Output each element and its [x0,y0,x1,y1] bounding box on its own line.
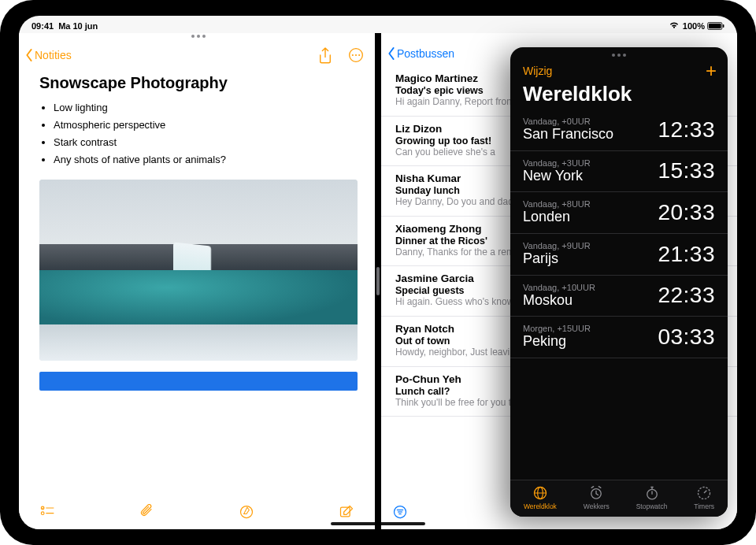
battery-indicator: 100% [683,21,724,31]
note-selection-bar [39,372,358,391]
mail-back-label: Postbussen [397,47,454,60]
svg-point-21 [647,489,657,499]
globe-icon [532,485,548,501]
notes-back-button[interactable]: Notities [25,49,72,61]
svg-point-5 [355,54,357,56]
clock-row[interactable]: Vandaag, +0UUR San Francisco 12:33 [510,109,728,151]
notes-toolbar [19,498,375,529]
screen: 09:41 Ma 10 jun 100% Notiti [19,16,737,529]
alarm-icon [588,485,604,501]
notes-app: Notities Snowscape Photography Lo [19,33,375,529]
svg-line-26 [704,491,706,493]
clock-time: 15:33 [658,158,715,184]
clock-time: 21:33 [658,242,715,267]
clock-meta: Morgen, +15UUR [523,324,591,333]
tab-label: Stopwatch [636,502,668,510]
clock-time: 03:33 [658,324,715,350]
status-bar: 09:41 Ma 10 jun 100% [19,16,737,33]
clock-add-button[interactable]: + [706,61,717,80]
multitask-dots-left[interactable] [191,35,206,38]
tab-stopwatch[interactable]: Stopwatch [636,485,668,510]
status-date: Ma 10 jun [58,21,98,31]
clock-city: Moskou [523,292,595,309]
filter-icon[interactable] [392,504,408,520]
notes-back-label: Notities [35,49,72,61]
compose-icon[interactable] [339,504,354,520]
clock-meta: Vandaag, +8UUR [523,199,591,209]
clock-time: 22:33 [658,283,715,308]
wifi-icon [669,21,680,31]
clock-meta: Vandaag, +9UUR [523,241,591,250]
note-bullet: Any shots of native plants or animals? [54,152,358,168]
tab-label: Wekkers [584,502,610,510]
note-content[interactable]: Snowscape Photography Low lighting Atmos… [19,68,375,498]
splitview-divider[interactable] [375,33,381,529]
mail-back-button[interactable]: Postbussen [387,47,454,60]
clock-row[interactable]: Vandaag, +10UUR Moskou 22:33 [510,276,728,317]
checklist-icon[interactable] [39,504,55,520]
clock-edit-button[interactable]: Wijzig [523,65,552,77]
clock-row[interactable]: Vandaag, +8UUR Londen 20:33 [510,192,728,234]
clock-row[interactable]: Vandaag, +9UUR Parijs 21:33 [510,234,728,276]
status-time: 09:41 [32,21,54,31]
clock-meta: Vandaag, +10UUR [523,283,595,292]
markup-icon[interactable] [239,504,254,520]
svg-rect-12 [341,507,350,517]
stopwatch-icon [644,485,660,501]
attach-icon[interactable] [139,504,155,520]
tab-worldclock[interactable]: Wereldklok [524,485,557,510]
note-image[interactable] [39,180,358,361]
clock-city: San Francisco [523,126,613,143]
clock-city: Peking [523,333,591,350]
clock-row[interactable]: Vandaag, +3UUR New York 15:33 [510,151,728,193]
tab-alarms[interactable]: Wekkers [584,485,610,510]
tab-label: Timers [694,502,714,510]
clock-slideover[interactable]: Wijzig + Wereldklok Vandaag, +0UUR San F… [510,47,728,517]
note-bullet-list: Low lighting Atmospheric perspective Sta… [39,100,358,169]
tab-label: Wereldklok [524,502,557,510]
svg-point-6 [358,54,360,56]
world-clock-list[interactable]: Vandaag, +0UUR San Francisco 12:33 Vanda… [510,109,728,480]
multitask-dots-slideover[interactable] [510,47,728,60]
notes-nav: Notities [19,33,375,68]
note-title: Snowscape Photography [39,74,358,92]
share-icon[interactable] [318,47,334,63]
clock-city: Londen [523,209,591,225]
clock-time: 20:33 [658,200,715,225]
home-indicator[interactable] [331,522,425,525]
timer-icon [696,485,712,501]
svg-point-9 [41,512,44,515]
clock-tabbar: Wereldklok Wekkers Stopwatch Timers [510,480,728,517]
clock-city: New York [523,168,591,184]
battery-pct: 100% [683,21,705,31]
svg-rect-2 [723,24,724,28]
more-icon[interactable] [348,47,364,63]
clock-row[interactable]: Morgen, +15UUR Peking 03:33 [510,317,728,358]
clock-title: Wereldklok [510,82,728,109]
tab-timers[interactable]: Timers [694,485,714,510]
clock-meta: Vandaag, +3UUR [523,158,591,168]
note-bullet: Low lighting [54,100,358,116]
clock-time: 12:33 [658,117,715,143]
note-bullet: Stark contrast [54,135,358,150]
ipad-frame: 09:41 Ma 10 jun 100% Notiti [0,0,756,545]
clock-city: Parijs [523,250,591,267]
svg-rect-1 [709,24,721,29]
note-bullet: Atmospheric perspective [54,117,358,133]
clock-meta: Vandaag, +0UUR [523,117,613,126]
svg-point-4 [352,54,354,56]
